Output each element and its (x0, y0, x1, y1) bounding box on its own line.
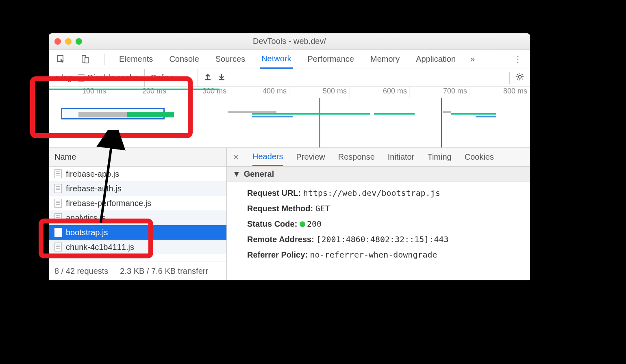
file-icon (54, 228, 62, 237)
detail-tab-timing[interactable]: Timing (427, 148, 451, 166)
name-column-header[interactable]: Name (49, 148, 226, 167)
download-icon[interactable] (217, 73, 226, 83)
svg-point-3 (519, 76, 522, 78)
svg-rect-2 (85, 57, 88, 63)
overview-bar (443, 111, 451, 113)
kebab-menu-icon[interactable]: ⋮ (512, 54, 524, 65)
tab-application[interactable]: Application (414, 50, 457, 69)
kv-value: [2001:4860:4802:32::15]:443 (316, 234, 448, 244)
request-name: firebase-auth.js (66, 184, 122, 193)
divider (104, 54, 104, 65)
tab-network[interactable]: Network (260, 50, 293, 69)
kv-value: no-referrer-when-downgrade (310, 250, 437, 260)
file-icon (54, 243, 62, 251)
kv-value: https://web.dev/bootstrap.js (303, 188, 440, 198)
tab-console[interactable]: Console (167, 50, 200, 69)
kv-label: Referrer Policy: (247, 250, 308, 259)
detail-tab-initiator[interactable]: Initiator (388, 148, 415, 166)
tick: 700 ms (410, 87, 470, 98)
tabs-overflow[interactable]: » (470, 54, 475, 64)
gear-icon[interactable] (515, 72, 524, 83)
request-row[interactable]: firebase-app.js (49, 167, 226, 181)
file-icon (54, 199, 62, 208)
kv-value: 200 (307, 219, 322, 229)
kv-value: GET (315, 204, 330, 213)
tab-elements[interactable]: Elements (117, 50, 154, 69)
network-toolbar: e log Disable cache Online ▼ (49, 69, 530, 87)
divider (509, 72, 510, 84)
close-detail-icon[interactable]: ✕ (233, 152, 239, 162)
overview-track (49, 111, 530, 115)
tick: 800 ms (470, 87, 530, 98)
detail-tab-cookies[interactable]: Cookies (465, 148, 494, 166)
tick: 500 ms (289, 87, 350, 98)
upload-icon[interactable] (204, 73, 212, 83)
disable-cache-label: Disable cache (87, 73, 139, 82)
kv-label: Request Method: (247, 204, 313, 213)
section-title: General (244, 169, 274, 179)
window-titlebar: DevTools - web.dev/ (49, 33, 530, 50)
inspect-icon[interactable] (55, 54, 67, 65)
file-icon (54, 184, 62, 193)
headers-section-general[interactable]: ▼ General (227, 167, 530, 182)
dom-content-loaded-line (319, 98, 320, 147)
tab-sources[interactable]: Sources (214, 50, 247, 69)
status-transfer: 2.3 KB / 7.6 KB transferr (120, 266, 208, 276)
file-icon (54, 213, 62, 222)
disclosure-triangle-icon: ▼ (233, 169, 241, 179)
kv-label: Request URL: (247, 188, 301, 197)
divider (114, 266, 114, 276)
panel-tabs: Elements Console Sources Network Perform… (49, 50, 530, 69)
throttle-value: Online (150, 73, 174, 82)
overview-bar (374, 113, 415, 115)
file-icon (54, 169, 62, 178)
network-split: Name firebase-app.js firebase-auth.js fi… (49, 148, 530, 280)
request-row[interactable]: firebase-performance.js (49, 196, 226, 210)
detail-tab-preview[interactable]: Preview (296, 148, 325, 166)
devtools-window: DevTools - web.dev/ Elements Console Sou… (49, 33, 530, 280)
kv-label: Status Code: (247, 219, 297, 228)
request-name: chunk-4c1b4111.js (66, 243, 134, 252)
device-icon[interactable] (80, 54, 91, 65)
kv-label: Remote Address: (247, 235, 314, 244)
request-list-pane: Name firebase-app.js firebase-auth.js fi… (49, 148, 227, 280)
status-requests: 8 / 42 requests (54, 266, 108, 276)
headers-general-body: Request URL: https://web.dev/bootstrap.j… (227, 182, 530, 266)
status-bar: 8 / 42 requests 2.3 KB / 7.6 KB transfer… (49, 262, 226, 280)
detail-tab-response[interactable]: Response (338, 148, 375, 166)
detail-tabs: ✕ Headers Preview Response Initiator Tim… (227, 148, 530, 167)
preserve-log-label: e log (54, 73, 72, 82)
request-detail-pane: ✕ Headers Preview Response Initiator Tim… (227, 148, 530, 280)
chevron-down-icon: ▼ (186, 75, 192, 81)
overview-bar (451, 113, 496, 115)
request-list[interactable]: firebase-app.js firebase-auth.js firebas… (49, 167, 226, 262)
tab-memory[interactable]: Memory (369, 50, 401, 69)
tick: 400 ms (229, 87, 289, 98)
status-dot-icon (300, 221, 305, 227)
request-name: bootstrap.js (66, 228, 108, 237)
overview-bar (49, 89, 220, 90)
request-row[interactable]: analytics.js (49, 210, 226, 225)
request-row-selected[interactable]: bootstrap.js (49, 225, 226, 240)
overview-bar (252, 116, 293, 117)
throttle-select[interactable]: Online ▼ (144, 69, 198, 87)
tick: 600 ms (350, 87, 410, 98)
window-title: DevTools - web.dev/ (49, 37, 530, 46)
overview-bar (252, 113, 370, 115)
request-name: firebase-app.js (66, 169, 119, 179)
request-row[interactable]: chunk-4c1b4111.js (49, 240, 226, 254)
tab-performance[interactable]: Performance (306, 50, 356, 69)
overview-bar (476, 116, 496, 117)
detail-tab-headers[interactable]: Headers (252, 148, 283, 166)
request-name: firebase-performance.js (66, 199, 151, 208)
request-name: analytics.js (66, 213, 106, 223)
request-row[interactable]: firebase-auth.js (49, 181, 226, 196)
load-event-line (441, 98, 442, 147)
disable-cache-checkbox[interactable]: Disable cache (78, 73, 139, 82)
timeline-overview[interactable]: 100 ms 200 ms 300 ms 400 ms 500 ms 600 m… (49, 87, 530, 148)
